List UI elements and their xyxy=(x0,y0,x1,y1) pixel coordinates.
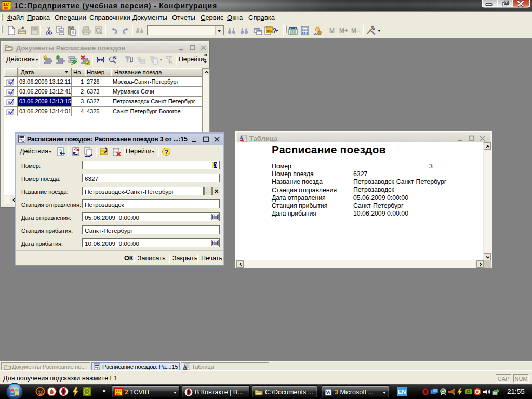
svg-text:v8: v8 xyxy=(4,6,8,10)
svg-text:@: @ xyxy=(38,389,44,395)
svg-text:?: ? xyxy=(165,149,169,156)
svg-text:v8: v8 xyxy=(116,392,121,396)
svg-text:W: W xyxy=(326,390,331,395)
svg-text:A: A xyxy=(183,364,187,370)
svg-text:N: N xyxy=(113,55,117,60)
